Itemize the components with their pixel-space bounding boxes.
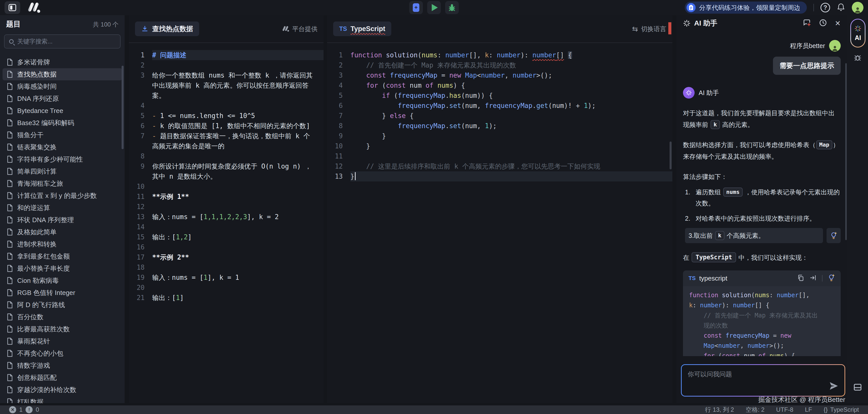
ts-icon: TS xyxy=(339,25,347,32)
code-line: 12 // 这里是后续排序和取出前 k 个高频元素的步骤，您可以先思考一下如何实… xyxy=(327,161,672,171)
problem-list-item[interactable]: 打乱数据 xyxy=(3,396,122,403)
problem-list-item[interactable]: 计算位置 x 到 y 的最少步数 xyxy=(3,190,122,202)
code-line: 13输入：nums = [1,1,1,2,2,3], k = 2 xyxy=(129,212,323,222)
history-button[interactable] xyxy=(819,19,827,28)
debug-panel-button[interactable] xyxy=(847,53,868,62)
problem-item-label: 不再贪心的小包 xyxy=(17,349,63,358)
problem-tab[interactable]: 查找热点数据 xyxy=(135,22,199,36)
problem-list-item[interactable]: 进制求和转换 xyxy=(3,238,122,250)
problem-list-item[interactable]: 青海湖租车之旅 xyxy=(3,178,122,190)
problem-list-item[interactable]: 穿越沙漠的补给次数 xyxy=(3,384,122,396)
problem-item-label: 打乱数据 xyxy=(17,397,43,403)
provider-m-icon xyxy=(282,26,289,32)
send-plane-icon xyxy=(828,381,839,391)
encoding[interactable]: UTF-8 xyxy=(776,406,794,413)
ai-question-input[interactable] xyxy=(682,365,844,396)
code-line: 11**示例 1** xyxy=(129,192,323,202)
line-content: if (frequencyMap.has(num)) { xyxy=(350,91,672,101)
ts-icon: TS xyxy=(688,275,695,282)
sidebar-toggle-button[interactable] xyxy=(5,1,20,14)
problem-list-item[interactable]: 简单四则计算 xyxy=(3,165,122,178)
ai-steps: 1.遍历数组 nums ，使用哈希表记录每个元素出现的次数。2.对哈希表中的元素… xyxy=(683,187,841,243)
line-number: 12 xyxy=(129,202,152,212)
problem-list-item[interactable]: Cion 勒索病毒 xyxy=(3,275,122,287)
send-button[interactable] xyxy=(828,381,839,392)
problem-list-item[interactable]: Bytedance Tree xyxy=(3,105,122,117)
problem-list-item[interactable]: RGB 色值转 Integer xyxy=(3,287,122,299)
eol-type[interactable]: LF xyxy=(805,406,812,413)
cursor-position[interactable]: 行 13, 列 2 xyxy=(705,406,734,414)
line-content: 输入：nums = [1], k = 1 xyxy=(152,273,323,283)
line-content: } else { xyxy=(350,111,672,121)
document-icon xyxy=(7,253,13,260)
problem-sidebar: 题目 共 100 个 多米诺骨牌查找热点数据病毒感染时间DNA 序列还原Byte… xyxy=(0,15,125,403)
promo-text: 分享代码练习体验，领限量定制周边 xyxy=(699,4,800,12)
line-content xyxy=(152,60,323,70)
problems-summary[interactable]: ✕ 1 ! 0 xyxy=(9,406,39,413)
ai-scrollbar[interactable] xyxy=(845,63,847,240)
line-number: 14 xyxy=(129,222,152,232)
problem-list-item[interactable]: 暴雨梨花针 xyxy=(3,335,122,347)
problem-list-item[interactable]: 字符串有多少种可能性 xyxy=(3,153,122,165)
ai-assistant-toggle[interactable]: AI xyxy=(850,19,865,47)
switch-language-button[interactable]: ⇆ 切换语言 xyxy=(632,25,666,33)
problem-list-item[interactable]: 百分位数 xyxy=(3,311,122,323)
problem-list-item[interactable]: 环状 DNA 序列整理 xyxy=(3,214,122,226)
problem-list-item[interactable]: 阿 D 的飞行路线 xyxy=(3,299,122,311)
format-button[interactable]: + xyxy=(409,1,423,14)
problem-list-item[interactable]: 病毒感染时间 xyxy=(3,81,122,93)
ai-step: 1.遍历数组 nums ，使用哈希表记录每个元素出现的次数。 xyxy=(683,187,841,209)
problem-list-item[interactable]: 及格如此简单 xyxy=(3,226,122,238)
problem-list-item[interactable]: 创意标题匹配 xyxy=(3,372,122,384)
language-mode[interactable]: {} TypeScript xyxy=(824,406,859,413)
indentation[interactable]: 空格: 2 xyxy=(746,406,765,414)
code-editor[interactable]: 1function solution(nums: number[], k: nu… xyxy=(327,43,672,403)
close-button[interactable]: ✕ xyxy=(835,19,841,28)
sidebar-toggle-icon xyxy=(9,4,16,11)
promo-banner[interactable]: 分享代码练习体验，领限量定制周边 xyxy=(685,2,807,14)
new-chat-button[interactable] xyxy=(803,19,811,28)
help-button[interactable]: ? xyxy=(820,3,830,12)
problem-list: 多米诺骨牌查找热点数据病毒感染时间DNA 序列还原Bytedance TreeB… xyxy=(0,56,125,403)
ai-code-line: 现的次数 xyxy=(689,320,835,330)
debug-button[interactable] xyxy=(445,1,459,14)
insert-code-button[interactable] xyxy=(809,274,817,283)
code-line: 8 frequencyMap.set(num, 1); xyxy=(327,121,672,131)
search-input[interactable] xyxy=(17,38,116,45)
problem-list-item[interactable]: 猜数字游戏 xyxy=(3,359,122,372)
notifications-button[interactable] xyxy=(837,3,845,13)
assistant-name: AI 助手 xyxy=(699,89,719,97)
line-number: 4 xyxy=(129,101,152,111)
search-box[interactable] xyxy=(4,34,121,49)
problem-list-item[interactable]: 查找热点数据 xyxy=(3,68,122,81)
line-number: 4 xyxy=(327,81,350,91)
problem-list-item[interactable]: DNA 序列还原 xyxy=(3,93,122,105)
editor-scrollbar[interactable] xyxy=(670,141,672,169)
problem-list-item[interactable]: Base32 编码和解码 xyxy=(3,117,122,129)
hint-bulb-button[interactable] xyxy=(827,228,841,243)
assistant-header: AI 助手 xyxy=(683,87,841,99)
copy-code-button[interactable] xyxy=(797,274,804,283)
code-line: 6- k 的取值范围是 [1, 数组中不相同的元素的个数] xyxy=(129,121,323,131)
problem-list-item[interactable]: 多米诺骨牌 xyxy=(3,56,122,68)
sidebar-scrollbar[interactable] xyxy=(122,66,124,149)
problem-list-item[interactable]: 最小替换子串长度 xyxy=(3,262,122,275)
run-button[interactable] xyxy=(427,1,441,14)
problem-list-item[interactable]: 比赛最高获胜次数 xyxy=(3,323,122,335)
language-tab[interactable]: TS TypeScript xyxy=(333,22,391,36)
ai-code-line: const frequencyMap = new xyxy=(689,330,835,341)
inline-code-chip: k xyxy=(711,120,720,129)
document-icon xyxy=(7,362,13,369)
problem-list-item[interactable]: 拿到最多红包金额 xyxy=(3,250,122,262)
problem-list-item[interactable]: 和的逆运算 xyxy=(3,202,122,214)
problem-list-item[interactable]: 猫鱼分干 xyxy=(3,129,122,141)
problem-list-item[interactable]: 不再贪心的小包 xyxy=(3,347,122,359)
problem-list-item[interactable]: 链表聚集交换 xyxy=(3,141,122,153)
line-number: 21 xyxy=(129,293,152,303)
bottom-panel-toggle[interactable] xyxy=(847,382,868,392)
explain-code-button[interactable] xyxy=(828,274,835,283)
problem-item-label: 青海湖租车之旅 xyxy=(17,179,63,188)
line-content xyxy=(152,283,323,293)
user-avatar[interactable] xyxy=(852,2,863,13)
code-block-actions xyxy=(797,274,835,283)
